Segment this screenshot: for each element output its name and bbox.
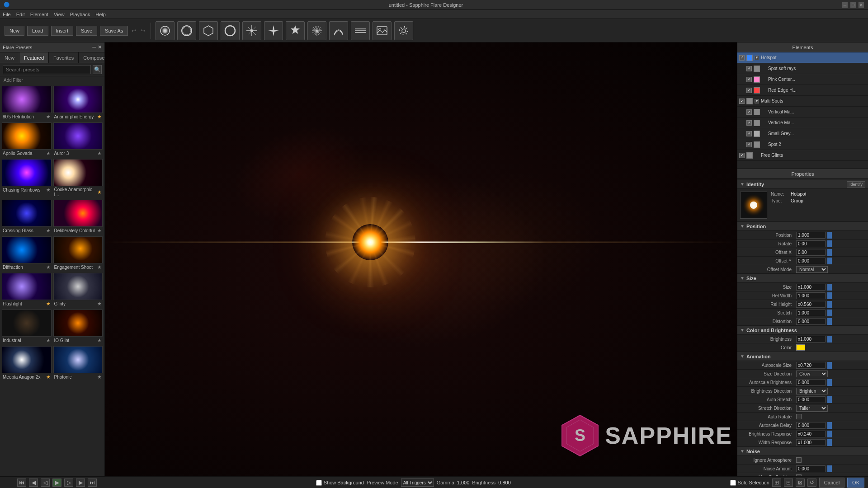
section-header-position[interactable]: ▼ Position — [737, 222, 868, 231]
viewport[interactable]: S SAPPHIRE — [105, 42, 737, 476]
preset-star-icon[interactable]: ★ — [97, 189, 102, 195]
prop-slider-btn[interactable] — [827, 431, 832, 437]
preset-item[interactable]: 80's Retribution ★ — [2, 86, 52, 121]
section-header-color-and-brightness[interactable]: ▼ Color and Brightness — [737, 326, 868, 335]
save-as-button[interactable]: Save As — [100, 26, 128, 36]
prop-slider-btn[interactable] — [827, 318, 832, 325]
preset-item[interactable]: Diffraction ★ — [2, 236, 52, 271]
prop-input-field[interactable] — [796, 465, 826, 472]
prop-dropdown[interactable]: Normal — [796, 266, 828, 273]
transport-play-btn[interactable]: ▶ — [52, 479, 61, 487]
preset-star-icon[interactable]: ★ — [46, 228, 51, 234]
prop-slider-btn[interactable] — [827, 439, 832, 446]
prop-input-field[interactable] — [796, 336, 826, 343]
prop-input-field[interactable] — [796, 301, 826, 308]
preset-star-icon[interactable]: ★ — [46, 114, 51, 120]
search-button[interactable]: 🔍 — [93, 65, 102, 74]
preset-star-icon[interactable]: ★ — [97, 374, 102, 380]
preset-star-icon[interactable]: ★ — [97, 228, 102, 234]
prop-input-field[interactable] — [796, 396, 826, 403]
preset-star-icon[interactable]: ★ — [97, 114, 102, 120]
prop-input-field[interactable] — [796, 249, 826, 256]
tab-favorites[interactable]: Favorites — [49, 52, 79, 63]
element-visibility-checkbox[interactable]: ✓ — [746, 77, 752, 82]
load-button[interactable]: Load — [27, 26, 48, 36]
preset-item[interactable]: Cooke Anamorphic I... ★ — [53, 159, 103, 198]
element-row[interactable]: ✓ Free Glints — [737, 150, 868, 161]
preset-item[interactable]: Photonic ★ — [53, 346, 103, 381]
prop-slider-btn[interactable] — [827, 310, 832, 316]
element-visibility-checkbox[interactable]: ✓ — [746, 88, 752, 93]
element-row[interactable]: ✓ ▼ Hotspot — [737, 52, 868, 63]
prop-slider-btn[interactable] — [827, 301, 832, 308]
element-visibility-checkbox[interactable]: ✓ — [746, 109, 752, 115]
preset-item[interactable]: IO Glint ★ — [53, 310, 103, 344]
transport-rewind-btn[interactable]: ⏮ — [17, 479, 26, 487]
prop-slider-btn[interactable] — [827, 422, 832, 429]
element-visibility-checkbox[interactable]: ✓ — [739, 99, 745, 104]
tab-new[interactable]: New — [0, 52, 19, 63]
element-row[interactable]: ✓ Vertical Ma... — [737, 107, 868, 117]
layout-btn-1[interactable]: ⊞ — [772, 479, 781, 487]
preset-item[interactable]: Deliberately Colorful ★ — [53, 200, 103, 235]
element-visibility-checkbox[interactable]: ✓ — [739, 153, 745, 158]
preset-star-icon[interactable]: ★ — [97, 301, 102, 307]
cancel-button[interactable]: Cancel — [819, 478, 844, 488]
search-input[interactable] — [3, 65, 91, 74]
prop-input-field[interactable] — [796, 258, 826, 264]
tool-circle-solid[interactable] — [177, 21, 196, 40]
preset-star-icon[interactable]: ★ — [97, 264, 102, 270]
menu-edit[interactable]: Edit — [16, 12, 25, 17]
prop-slider-btn[interactable] — [827, 258, 832, 264]
save-button[interactable]: Save — [76, 26, 97, 36]
element-visibility-checkbox[interactable]: ✓ — [746, 131, 752, 136]
section-header-animation[interactable]: ▼ Animation — [737, 352, 868, 361]
tool-star4[interactable] — [264, 21, 283, 40]
close-btn[interactable]: ✕ — [858, 2, 864, 8]
section-header-noise[interactable]: ▼ Noise — [737, 447, 868, 456]
prop-dropdown[interactable]: Taller — [796, 405, 828, 412]
transport-prev-slow-btn[interactable]: ◁ — [41, 479, 50, 487]
prop-input-field[interactable] — [796, 284, 826, 291]
show-background-checkbox[interactable] — [316, 480, 322, 486]
prop-input-field[interactable] — [796, 431, 826, 437]
section-header-size[interactable]: ▼ Size — [737, 274, 868, 283]
transport-next-slow-btn[interactable]: ▷ — [64, 479, 73, 487]
element-row[interactable]: ✓ Pink Center... — [737, 74, 868, 85]
tool-lines[interactable] — [351, 21, 370, 40]
prop-checkbox[interactable] — [796, 414, 802, 419]
preset-item[interactable]: Anamorphic Energy ★ — [53, 86, 103, 121]
panel-close-btn[interactable]: ✕ — [98, 44, 102, 50]
preset-star-icon[interactable]: ★ — [46, 187, 51, 193]
preset-star-icon[interactable]: ★ — [46, 374, 51, 380]
element-visibility-checkbox[interactable]: ✓ — [739, 55, 745, 61]
prop-input-field[interactable] — [796, 439, 826, 446]
identify-button[interactable]: Identify — [847, 181, 865, 188]
prop-slider-btn[interactable] — [827, 249, 832, 256]
undo-icon[interactable]: ↩ — [132, 28, 136, 34]
layout-btn-2[interactable]: ⊟ — [784, 479, 793, 487]
element-visibility-checkbox[interactable]: ✓ — [746, 66, 752, 71]
prop-slider-btn[interactable] — [827, 379, 832, 386]
preset-item[interactable]: Glinty ★ — [53, 273, 103, 308]
element-row[interactable]: ✓ Verticle Ma... — [737, 117, 868, 128]
element-visibility-checkbox[interactable]: ✓ — [746, 120, 752, 126]
prop-input-field[interactable] — [796, 292, 826, 299]
preset-item[interactable]: Engagement Shoot ★ — [53, 236, 103, 271]
menu-element[interactable]: Element — [30, 12, 48, 17]
insert-button[interactable]: Insert — [51, 26, 74, 36]
element-visibility-checkbox[interactable]: ✓ — [746, 142, 752, 147]
preset-item[interactable]: Chasing Rainbows ★ — [2, 159, 52, 198]
menu-playback[interactable]: Playback — [70, 12, 90, 17]
prop-checkbox[interactable] — [796, 457, 802, 463]
preset-item[interactable]: Crossing Glass ★ — [2, 200, 52, 235]
all-triggers-dropdown[interactable]: All Triggers — [401, 479, 434, 487]
prop-input-field[interactable] — [796, 318, 826, 325]
element-expand-btn[interactable]: ▼ — [755, 99, 759, 103]
transport-forward-btn[interactable]: ⏭ — [88, 479, 97, 487]
preset-star-icon[interactable]: ★ — [46, 264, 51, 270]
element-row[interactable]: ✓ Red Edge H... — [737, 85, 868, 96]
preset-star-icon[interactable]: ★ — [46, 150, 51, 156]
transport-prev-frame-btn[interactable]: ◀ — [29, 479, 38, 487]
preset-item[interactable]: Meopta Anagon 2x ★ — [2, 346, 52, 381]
